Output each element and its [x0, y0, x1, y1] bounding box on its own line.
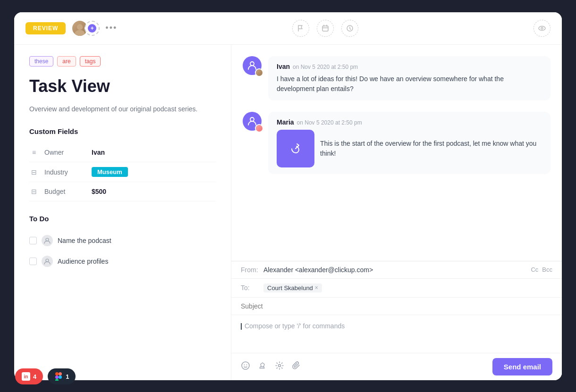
- comment-item: Ivan on Nov 5 2020 at 2:50 pm I have a l…: [243, 56, 551, 100]
- todo-heading: To Do: [29, 215, 216, 223]
- comment-header-1: Ivan on Nov 5 2020 at 2:50 pm: [277, 63, 542, 70]
- tags-row: these are tags: [29, 56, 216, 67]
- avatar-stack: +: [71, 20, 100, 37]
- send-email-button[interactable]: Send email: [492, 358, 552, 375]
- comment-time-2: on Nov 5 2020 at 2:50 pm: [297, 119, 362, 126]
- field-budget: ⊟ Budget $500: [29, 182, 216, 201]
- industry-label: Industry: [44, 168, 92, 176]
- email-from-field: From: Alexander <alexander@clickup.com> …: [231, 261, 562, 279]
- comment-time-1: on Nov 5 2020 at 2:50 pm: [293, 64, 358, 70]
- svg-point-5: [541, 27, 543, 29]
- custom-fields-heading: Custom Fields: [29, 127, 216, 135]
- todo-avatar-2: [42, 256, 53, 267]
- top-bar-center: [292, 20, 358, 37]
- comment-item-2: Maria on Nov 5 2020 at 2:50 pm This is t…: [243, 112, 551, 174]
- comment-avatar-maria: [243, 112, 262, 131]
- svg-point-16: [279, 364, 281, 367]
- badge-figma[interactable]: 1: [48, 368, 76, 380]
- badge-tasks[interactable]: in 4: [15, 368, 43, 380]
- calendar-icon-button[interactable]: [317, 20, 334, 37]
- svg-rect-11: [55, 379, 59, 380]
- budget-value: $500: [92, 188, 106, 195]
- comment-bubble-1: Ivan on Nov 5 2020 at 2:50 pm I have a l…: [268, 56, 551, 100]
- top-bar-right: [534, 20, 551, 37]
- todo-text-2: Audience profiles: [58, 258, 108, 265]
- badge-figma-count: 1: [66, 373, 69, 380]
- task-description: Overview and development of our original…: [29, 104, 216, 114]
- clock-icon-button[interactable]: [341, 20, 358, 37]
- comment-text-2: This is the start of the overview for th…: [320, 139, 542, 158]
- svg-rect-9: [59, 372, 62, 375]
- svg-point-1: [75, 30, 85, 36]
- attachment-icon[interactable]: [292, 361, 301, 373]
- svg-point-14: [244, 364, 245, 365]
- todo-text-1: Name the podcast: [58, 237, 111, 244]
- comment-author-1: Ivan: [277, 63, 290, 70]
- tasks-logo-icon: in: [22, 372, 30, 380]
- top-bar-left: REVIEW + •••: [25, 20, 117, 37]
- field-industry: ⊟ Industry Museum: [29, 162, 216, 182]
- todo-item: Name the podcast: [29, 230, 216, 251]
- subject-input[interactable]: [241, 302, 552, 310]
- email-actions: Cc Bcc: [531, 266, 552, 273]
- settings-icon[interactable]: [275, 361, 284, 373]
- tag-tags[interactable]: tags: [80, 56, 101, 67]
- bcc-button[interactable]: Bcc: [542, 266, 552, 273]
- email-body[interactable]: Compose or type '/' for commands: [231, 315, 562, 353]
- svg-rect-8: [55, 372, 59, 375]
- email-compose: From: Alexander <alexander@clickup.com> …: [231, 261, 562, 380]
- attachment-card[interactable]: [277, 130, 314, 167]
- right-panel: Ivan on Nov 5 2020 at 2:50 pm I have a l…: [231, 45, 562, 380]
- to-label: To:: [241, 284, 260, 292]
- top-bar: REVIEW + •••: [14, 12, 562, 45]
- todo-list: Name the podcast Audience profiles: [29, 230, 216, 272]
- comment-bubble-2: Maria on Nov 5 2020 at 2:50 pm This is t…: [268, 112, 551, 174]
- fields-list: ≡ Owner Ivan ⊟ Industry Museum ⊟ Budget …: [29, 143, 216, 201]
- email-toolbar-left: [241, 361, 301, 373]
- todo-avatar-1: [42, 235, 53, 246]
- owner-value: Ivan: [92, 149, 105, 156]
- comment-avatar-ivan: [243, 56, 262, 75]
- eye-icon-button[interactable]: [534, 20, 551, 37]
- email-to-field: To: Court Skabelund ×: [231, 279, 562, 298]
- more-options-button[interactable]: •••: [105, 23, 117, 33]
- email-toolbar: Send email: [231, 353, 562, 380]
- budget-icon: ⊟: [29, 187, 39, 196]
- to-remove-button[interactable]: ×: [315, 284, 318, 291]
- flag-icon-button[interactable]: [292, 20, 309, 37]
- email-subject-field[interactable]: [231, 298, 562, 315]
- svg-point-7: [46, 259, 49, 262]
- body-text: Compose or type '/' for commands: [241, 322, 345, 330]
- mention-icon[interactable]: [258, 361, 267, 373]
- industry-value[interactable]: Museum: [92, 167, 128, 177]
- badge-tasks-count: 4: [33, 373, 36, 380]
- tag-these[interactable]: these: [29, 56, 53, 67]
- svg-rect-2: [322, 26, 328, 31]
- left-panel: these are tags Task View Overview and de…: [14, 45, 231, 380]
- to-value: Court Skabelund ×: [263, 284, 552, 292]
- main-content: these are tags Task View Overview and de…: [14, 45, 562, 380]
- svg-rect-10: [55, 375, 59, 379]
- add-member-button[interactable]: +: [85, 21, 100, 36]
- svg-point-13: [242, 362, 249, 369]
- emoji-icon[interactable]: [241, 361, 250, 373]
- svg-point-4: [539, 26, 545, 30]
- todo-checkbox-1[interactable]: [29, 237, 37, 244]
- tag-are[interactable]: are: [57, 56, 76, 67]
- to-chip[interactable]: Court Skabelund ×: [263, 284, 322, 292]
- plus-icon: +: [88, 24, 96, 33]
- owner-label: Owner: [44, 149, 92, 156]
- from-value: Alexander <alexander@clickup.com>: [263, 266, 531, 274]
- owner-icon: ≡: [29, 148, 39, 157]
- cc-button[interactable]: Cc: [531, 266, 538, 273]
- comment-with-attachment: This is the start of the overview for th…: [277, 130, 542, 167]
- svg-point-15: [246, 364, 247, 365]
- comment-text-1: I have a lot of ideas for this! Do we ha…: [277, 74, 542, 94]
- industry-icon: ⊟: [29, 167, 39, 177]
- comment-header-2: Maria on Nov 5 2020 at 2:50 pm: [277, 118, 542, 126]
- to-recipient: Court Skabelund: [267, 284, 313, 292]
- budget-label: Budget: [44, 188, 92, 195]
- todo-checkbox-2[interactable]: [29, 258, 37, 265]
- cursor-bar: [241, 323, 242, 330]
- todo-item: Audience profiles: [29, 251, 216, 272]
